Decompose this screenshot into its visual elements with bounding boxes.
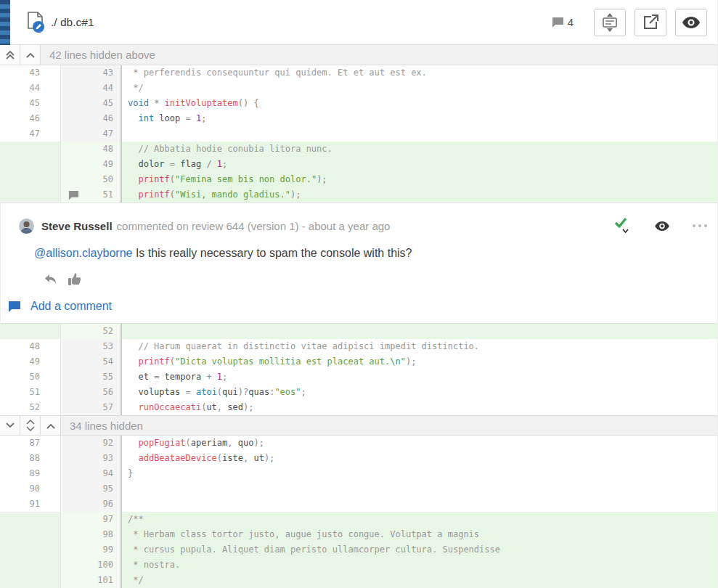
open-in-new-window-button[interactable] — [635, 9, 666, 36]
old-line-number[interactable]: 88 — [0, 451, 61, 466]
line-comment-icon[interactable] — [68, 190, 79, 200]
new-line-number[interactable]: 56 — [61, 385, 122, 400]
diff-row: 48 // Abbatia hodie conubia litora nunc. — [0, 142, 717, 157]
old-line-number[interactable] — [0, 573, 61, 588]
toggle-comments-icon — [601, 13, 619, 32]
old-line-number[interactable]: 45 — [0, 96, 61, 111]
old-line-number[interactable] — [0, 187, 61, 203]
old-line-number[interactable]: 91 — [0, 497, 61, 512]
mention-link[interactable]: @allison.clayborne — [34, 247, 132, 259]
toggle-comments-button[interactable] — [594, 9, 626, 36]
new-line-number[interactable]: 50 — [61, 172, 122, 187]
file-header: ./ db.c#1 4 — [0, 0, 717, 45]
new-line-number[interactable]: 44 — [61, 81, 122, 96]
diff-row: 4545void * initVoluptatem() { — [0, 96, 717, 111]
old-line-number[interactable]: 47 — [0, 126, 61, 142]
old-line-number[interactable] — [0, 172, 61, 187]
old-line-number[interactable]: 50 — [0, 369, 61, 385]
chevron-down-icon — [622, 229, 629, 233]
revision-strip[interactable] — [0, 0, 10, 45]
new-line-number[interactable]: 47 — [61, 126, 122, 142]
old-line-number[interactable]: 52 — [0, 400, 61, 415]
diff-row: 4853 // Harum quaerat in distinctio vita… — [0, 339, 717, 354]
old-line-number[interactable] — [0, 527, 61, 542]
old-line-number[interactable] — [0, 157, 61, 172]
code-line: * nostra. — [122, 558, 717, 573]
file-comment-count[interactable]: 4 — [552, 16, 574, 28]
new-line-number[interactable]: 96 — [61, 497, 122, 512]
old-line-number[interactable]: 46 — [0, 111, 61, 126]
resolve-comment-button[interactable] — [614, 217, 633, 234]
diff-row: 51 printf("Wisi, mando gladius."); — [0, 187, 717, 203]
new-line-number[interactable]: 43 — [61, 65, 122, 81]
resolved-check-icon — [614, 217, 627, 228]
new-line-number[interactable]: 95 — [61, 481, 122, 497]
watch-comment-button[interactable] — [655, 221, 669, 231]
comment-more-menu[interactable] — [690, 224, 707, 227]
new-line-number[interactable]: 99 — [61, 542, 122, 558]
expand-down-button[interactable] — [0, 416, 20, 435]
code-line: */ — [122, 573, 717, 588]
new-line-number[interactable]: 46 — [61, 111, 122, 126]
open-in-new-window-icon — [642, 15, 658, 30]
old-line-number[interactable]: 48 — [0, 339, 61, 354]
old-line-number[interactable] — [0, 142, 61, 157]
add-comment-bubble-icon — [8, 301, 21, 313]
reply-arrow-icon — [44, 274, 57, 285]
old-line-number[interactable] — [0, 558, 61, 573]
code-line: printf("Dicta voluptas mollitia est plac… — [122, 354, 717, 369]
code-line: printf("Femina sem bis non dolor."); — [122, 172, 717, 187]
new-line-number[interactable]: 98 — [61, 527, 122, 542]
code-line: et = tempora + 1; — [122, 369, 717, 385]
code-line: dolor = flag / 1; — [122, 157, 717, 172]
code-line — [122, 324, 717, 339]
old-line-number[interactable]: 51 — [0, 385, 61, 400]
thumbs-up-icon — [68, 273, 81, 285]
code-line: printf("Wisi, mando gladius."); — [122, 187, 717, 203]
new-line-number[interactable]: 52 — [61, 324, 122, 339]
expand-all-button[interactable] — [20, 416, 41, 435]
new-line-number[interactable]: 101 — [61, 573, 122, 588]
new-line-number[interactable]: 92 — [61, 436, 122, 451]
old-line-number[interactable]: 43 — [0, 65, 61, 81]
hidden-lines-bar-above[interactable]: 42 lines hidden above — [0, 45, 717, 65]
expand-above-button[interactable] — [20, 45, 41, 65]
new-line-number[interactable]: 45 — [61, 96, 122, 111]
new-line-number[interactable]: 54 — [61, 354, 122, 369]
old-line-number[interactable]: 90 — [0, 481, 61, 497]
new-line-number[interactable]: 100 — [61, 558, 122, 573]
new-line-number[interactable]: 51 — [61, 187, 122, 203]
hidden-lines-bar-middle[interactable]: 34 lines hidden — [0, 415, 717, 436]
new-line-number[interactable]: 93 — [61, 451, 122, 466]
old-line-number[interactable] — [0, 324, 61, 339]
watch-file-button[interactable] — [675, 9, 707, 36]
double-chevron-up-icon — [5, 50, 15, 60]
diff-row: 8994} — [0, 466, 717, 481]
add-comment-button[interactable]: Add a comment — [8, 300, 707, 313]
old-line-number[interactable]: 87 — [0, 436, 61, 451]
like-button[interactable] — [68, 273, 81, 285]
diff-row: 5257 runOccaecati(ut, sed); — [0, 400, 717, 415]
old-line-number[interactable] — [0, 512, 61, 527]
chevron-up-icon — [46, 422, 56, 429]
old-line-number[interactable] — [0, 542, 61, 558]
comment-count-label: 4 — [568, 16, 574, 28]
new-line-number[interactable]: 57 — [61, 400, 122, 415]
new-line-number[interactable]: 97 — [61, 512, 122, 527]
collapse-all-above-button[interactable] — [0, 45, 20, 65]
diff-row: 98 * Herbam class tortor justo, augue ju… — [0, 527, 717, 542]
comment-thread: Steve Russell commented on review 644 (v… — [0, 203, 717, 324]
new-line-number[interactable]: 94 — [61, 466, 122, 481]
diff-row: 9196 — [0, 497, 717, 512]
old-line-number[interactable]: 49 — [0, 354, 61, 369]
diff-row: 4954 printf("Dicta voluptas mollitia est… — [0, 354, 717, 369]
old-line-number[interactable]: 44 — [0, 81, 61, 96]
new-line-number[interactable]: 53 — [61, 339, 122, 354]
reply-button[interactable] — [44, 274, 57, 285]
code-line — [122, 481, 717, 497]
new-line-number[interactable]: 55 — [61, 369, 122, 385]
new-line-number[interactable]: 48 — [61, 142, 122, 157]
old-line-number[interactable]: 89 — [0, 466, 61, 481]
expand-up-button[interactable] — [41, 416, 61, 435]
new-line-number[interactable]: 49 — [61, 157, 122, 172]
